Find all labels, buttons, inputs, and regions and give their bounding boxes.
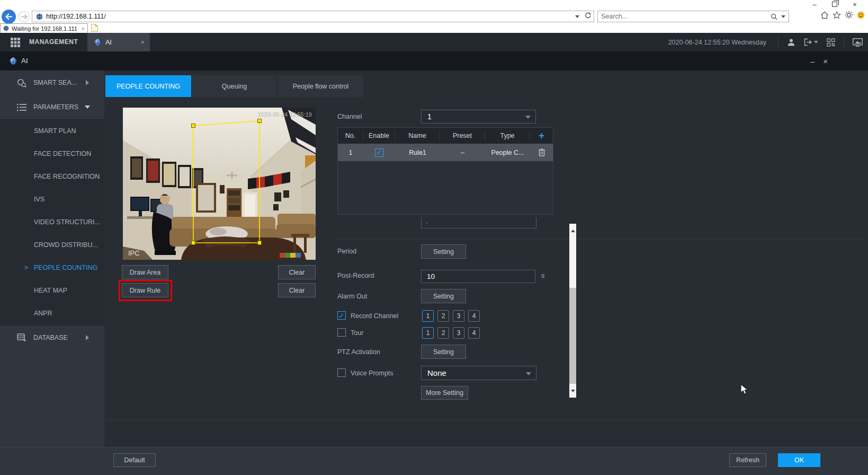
sidebar-item-smart-plan[interactable]: SMART PLAN <box>0 120 104 143</box>
management-right-cluster: 2020-06-24 12:55:20 Wednesday <box>668 33 863 51</box>
draw-area-button[interactable]: Draw Area <box>122 265 168 279</box>
scroll-up-button[interactable] <box>569 224 576 238</box>
sidebar-item-anpr[interactable]: ANPR <box>0 302 104 325</box>
favorites-star-icon[interactable] <box>833 11 841 19</box>
display-mode-icon[interactable] <box>853 38 863 47</box>
settings-gear-icon[interactable] <box>845 11 853 19</box>
sidebar-submenu: SMART PLAN FACE DETECTION FACE RECOGNITI… <box>0 119 104 326</box>
feedback-smiley-icon[interactable] <box>857 11 865 19</box>
video-channel-label: IPC <box>128 249 140 257</box>
sidebar-item-database[interactable]: DATABASE <box>0 326 104 350</box>
url-field[interactable]: http://192.168.1.111/ <box>32 11 594 22</box>
search-box[interactable] <box>597 11 789 22</box>
scroll-down-button[interactable] <box>569 384 576 398</box>
window-restore-button[interactable] <box>825 1 845 9</box>
ok-button[interactable]: OK <box>778 453 820 467</box>
record-channel-1-button[interactable]: 1 <box>422 310 434 322</box>
clear-area-button[interactable]: Clear <box>278 265 316 279</box>
qr-code-icon[interactable] <box>827 38 835 47</box>
management-menu-label[interactable]: MANAGEMENT <box>29 33 78 51</box>
sidebar-item-face-recognition[interactable]: FACE RECOGNITION <box>0 165 104 188</box>
content-bottom-divider <box>104 419 868 420</box>
scrollbar-thumb[interactable] <box>569 238 576 288</box>
ai-tab-close-icon[interactable]: × <box>140 38 145 46</box>
tour-3-button[interactable]: 3 <box>453 327 464 339</box>
tab-people-flow-control[interactable]: People flow control <box>278 75 364 97</box>
browser-tab[interactable]: Waiting for 192.168.1.111 × <box>0 23 88 33</box>
window-close-button[interactable]: × <box>845 1 865 9</box>
sidebar-item-heat-map[interactable]: HEAT MAP <box>0 279 104 302</box>
col-name: Name <box>395 131 440 140</box>
tab-close-icon[interactable]: × <box>82 25 85 32</box>
camera-preview[interactable]: 2020-06-24 12:55:19 IPC <box>123 108 316 260</box>
ai-close-button[interactable]: × <box>823 57 828 66</box>
panel-scrollbar[interactable] <box>569 224 576 398</box>
record-channel-3-button[interactable]: 3 <box>453 310 464 322</box>
sidebar-item-label: SMART SEA... <box>33 79 77 86</box>
voice-prompts-select[interactable]: None <box>421 366 536 380</box>
back-button[interactable] <box>2 10 16 24</box>
clipped-combo-box[interactable]: . <box>421 217 536 228</box>
window-minimize-button[interactable]: – <box>804 1 825 9</box>
new-tab-button[interactable] <box>91 24 98 32</box>
more-setting-button[interactable]: More Setting <box>421 386 468 400</box>
sidebar-item-parameters[interactable]: PARAMETERS <box>0 95 104 119</box>
site-globe-icon <box>36 13 43 20</box>
post-record-input[interactable] <box>421 270 535 283</box>
record-channel-checkbox[interactable]: ✓ <box>337 311 346 320</box>
tour-1-button[interactable]: 1 <box>422 327 434 339</box>
alarm-out-setting-button[interactable]: Setting <box>421 289 466 303</box>
apps-grid-icon[interactable] <box>11 38 20 47</box>
voice-prompts-checkbox[interactable] <box>337 368 346 377</box>
forward-arrow-icon <box>21 14 28 20</box>
tab-favicon-globe-icon <box>3 25 9 31</box>
tour-checkbox[interactable] <box>337 328 346 337</box>
user-icon[interactable] <box>787 38 795 47</box>
separator <box>778 37 778 48</box>
ai-minimize-button[interactable]: – <box>810 57 815 66</box>
channel-select[interactable]: 1 <box>421 110 536 124</box>
delete-trash-icon[interactable] <box>538 148 545 156</box>
home-icon[interactable] <box>820 11 829 19</box>
screen: – × http://192.168.1.111/ <box>0 0 868 475</box>
smart-search-icon <box>17 78 27 87</box>
tour-4-button[interactable]: 4 <box>468 327 480 339</box>
sidebar-item-smart-search[interactable]: SMART SEA... <box>0 71 104 95</box>
ai-app-tab[interactable]: AI × <box>87 33 150 51</box>
forward-button[interactable] <box>19 11 30 22</box>
refresh-button[interactable] <box>585 12 592 21</box>
management-bar: MANAGEMENT AI × 2020-06-24 12:55:20 Wedn… <box>0 33 868 51</box>
sidebar-item-face-detection[interactable]: FACE DETECTION <box>0 143 104 165</box>
add-rule-button[interactable]: + <box>539 130 544 141</box>
logout-button[interactable] <box>804 38 818 46</box>
search-dropdown-caret-icon[interactable] <box>781 15 785 18</box>
rule-enable-checkbox[interactable]: ✓ <box>375 148 383 157</box>
period-setting-button[interactable]: Setting <box>421 244 466 259</box>
sidebar-item-video-structuring[interactable]: VIDEO STRUCTURI... <box>0 211 104 234</box>
table-row[interactable]: 1 ✓ Rule1 – People C... <box>338 144 553 161</box>
col-no: No. <box>338 131 363 140</box>
tab-queuing[interactable]: Queuing <box>192 75 278 97</box>
rule-name[interactable]: Rule1 <box>395 149 440 156</box>
search-icon[interactable] <box>771 13 777 20</box>
sidebar-item-ivs[interactable]: IVS <box>0 188 104 211</box>
sidebar-item-crowd-distribution[interactable]: CROWD DISTRIBU... <box>0 234 104 257</box>
logout-caret-icon <box>814 41 818 43</box>
default-button[interactable]: Default <box>113 453 156 467</box>
tour-2-button[interactable]: 2 <box>437 327 449 339</box>
tab-people-counting[interactable]: PEOPLE COUNTING <box>105 75 192 97</box>
channel-value: 1 <box>427 112 432 121</box>
url-dropdown-caret-icon[interactable] <box>575 15 579 18</box>
ptz-setting-button[interactable]: Setting <box>421 345 466 359</box>
ai-window-title: AI <box>21 51 28 71</box>
refresh-icon <box>585 12 592 19</box>
record-channel-4-button[interactable]: 4 <box>468 310 480 322</box>
clear-rule-button[interactable]: Clear <box>278 283 316 297</box>
refresh-button-footer[interactable]: Refresh <box>729 453 766 467</box>
sidebar-item-people-counting[interactable]: > PEOPLE COUNTING <box>0 257 104 279</box>
col-type: Type <box>485 131 530 140</box>
search-input[interactable] <box>601 13 771 20</box>
parameters-list-icon <box>17 103 27 111</box>
database-icon <box>17 333 26 342</box>
record-channel-2-button[interactable]: 2 <box>437 310 449 322</box>
